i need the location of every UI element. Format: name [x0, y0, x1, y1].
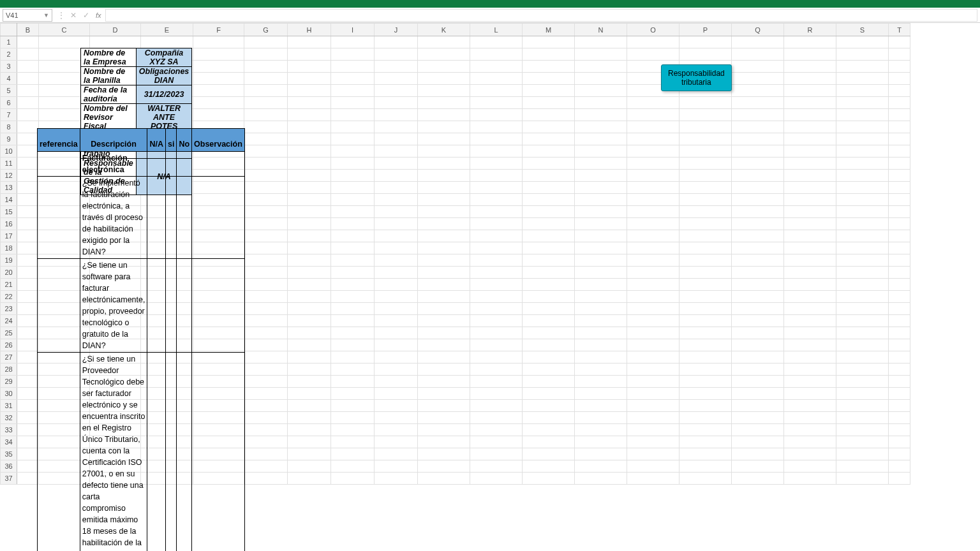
cell[interactable]: [679, 133, 732, 145]
cell[interactable]: [523, 73, 575, 85]
cell[interactable]: [627, 36, 679, 48]
cell[interactable]: [575, 303, 627, 315]
cell[interactable]: [627, 121, 679, 133]
cell[interactable]: [331, 133, 375, 145]
cell[interactable]: [375, 109, 418, 121]
column-header[interactable]: M: [523, 24, 575, 36]
cell[interactable]: [523, 158, 575, 170]
cell[interactable]: [575, 473, 627, 485]
cell[interactable]: [523, 267, 575, 279]
row-header[interactable]: 12: [1, 170, 17, 182]
cell[interactable]: [331, 364, 375, 376]
cell[interactable]: [288, 400, 331, 412]
cell[interactable]: [575, 327, 627, 339]
cell[interactable]: [244, 242, 288, 254]
cell[interactable]: [679, 254, 732, 267]
cell[interactable]: [244, 109, 288, 121]
cell[interactable]: [627, 194, 679, 206]
cell[interactable]: [523, 206, 575, 218]
audit-no-cell[interactable]: [177, 353, 192, 552]
cell[interactable]: [331, 376, 375, 388]
cell[interactable]: [732, 267, 784, 279]
cell[interactable]: [889, 303, 910, 315]
cell[interactable]: [575, 448, 627, 460]
cell[interactable]: [288, 473, 331, 485]
cell[interactable]: [288, 121, 331, 133]
cell[interactable]: [39, 36, 90, 48]
cell[interactable]: [244, 36, 288, 48]
cell[interactable]: [836, 400, 889, 412]
cell[interactable]: [470, 158, 523, 170]
audit-ref-cell[interactable]: [38, 353, 80, 552]
cell[interactable]: [784, 400, 836, 412]
row-header[interactable]: 5: [1, 85, 17, 97]
cell[interactable]: [418, 460, 470, 473]
cell[interactable]: [732, 376, 784, 388]
cell[interactable]: [836, 218, 889, 230]
cell[interactable]: [331, 97, 375, 109]
cell[interactable]: [889, 315, 910, 327]
row-header[interactable]: 16: [1, 218, 17, 230]
cell[interactable]: [784, 121, 836, 133]
cell[interactable]: [627, 424, 679, 436]
cell[interactable]: [17, 218, 39, 230]
cell[interactable]: [627, 291, 679, 303]
cell[interactable]: [523, 85, 575, 97]
cell[interactable]: [523, 388, 575, 400]
cell[interactable]: [627, 242, 679, 254]
cell[interactable]: [375, 242, 418, 254]
cell[interactable]: [17, 436, 39, 448]
cell[interactable]: [575, 61, 627, 73]
cell[interactable]: [836, 170, 889, 182]
cell[interactable]: [244, 85, 288, 97]
cell[interactable]: [627, 364, 679, 376]
cell[interactable]: [732, 73, 784, 85]
cell[interactable]: [17, 158, 39, 170]
cell[interactable]: [889, 460, 910, 473]
cell[interactable]: [375, 412, 418, 424]
cell[interactable]: [732, 339, 784, 351]
cell[interactable]: [523, 279, 575, 291]
cell[interactable]: [836, 158, 889, 170]
cell[interactable]: [470, 61, 523, 73]
cell[interactable]: [679, 351, 732, 364]
cell[interactable]: [470, 400, 523, 412]
cell[interactable]: [784, 73, 836, 85]
cell[interactable]: [470, 109, 523, 121]
cell[interactable]: [418, 61, 470, 73]
cell[interactable]: [784, 303, 836, 315]
cell[interactable]: [732, 400, 784, 412]
cell[interactable]: [575, 36, 627, 48]
cell[interactable]: [784, 291, 836, 303]
cell[interactable]: [331, 194, 375, 206]
cell[interactable]: [375, 351, 418, 364]
cell[interactable]: [17, 73, 39, 85]
cell[interactable]: [575, 291, 627, 303]
cell[interactable]: [732, 230, 784, 242]
row-header[interactable]: 11: [1, 158, 17, 170]
cell[interactable]: [470, 364, 523, 376]
cell[interactable]: [331, 424, 375, 436]
cell[interactable]: [627, 279, 679, 291]
cell[interactable]: [375, 473, 418, 485]
cell[interactable]: [836, 327, 889, 339]
cell[interactable]: [627, 133, 679, 145]
row-header[interactable]: 36: [1, 460, 17, 473]
cell[interactable]: [523, 339, 575, 351]
cell[interactable]: [418, 412, 470, 424]
cell[interactable]: [575, 85, 627, 97]
row-header[interactable]: 1: [1, 36, 17, 48]
cell[interactable]: [575, 182, 627, 194]
cell[interactable]: [193, 85, 244, 97]
cell[interactable]: [331, 460, 375, 473]
cell[interactable]: [575, 133, 627, 145]
cell[interactable]: [679, 436, 732, 448]
cell[interactable]: [470, 315, 523, 327]
cell[interactable]: [784, 376, 836, 388]
cell[interactable]: [470, 36, 523, 48]
cell[interactable]: [288, 109, 331, 121]
cell[interactable]: [627, 473, 679, 485]
cell[interactable]: [418, 109, 470, 121]
cell[interactable]: [470, 267, 523, 279]
cell[interactable]: [331, 218, 375, 230]
